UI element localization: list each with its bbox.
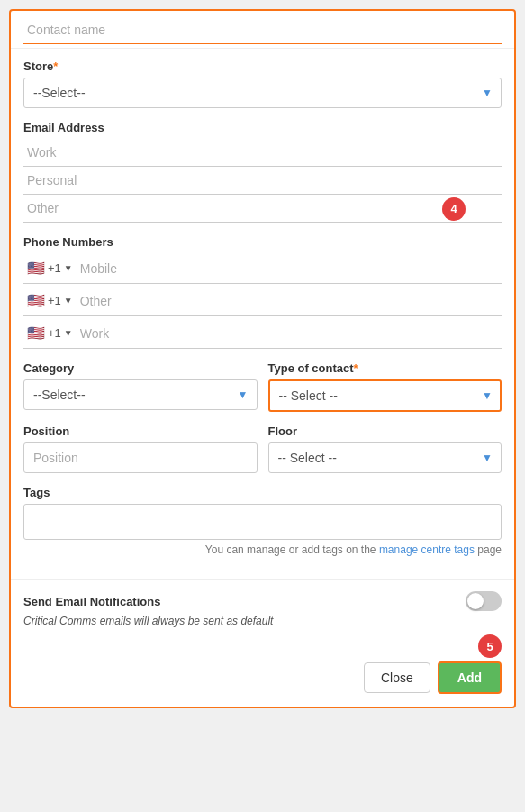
us-flag-icon: 🇺🇸 [27,260,45,277]
phone-other-code: +1 [48,294,61,307]
notifications-hint: Critical Comms emails will always be sen… [23,615,502,627]
form-container: Store* --Select-- ▼ Email Address 4 Phon… [9,9,516,708]
phone-work-code: +1 [48,326,61,340]
tags-label: Tags [23,486,502,499]
category-type-group: Category --Select-- ▼ Type of contact* -… [23,361,502,412]
floor-section: Floor -- Select -- ▼ [268,424,502,473]
notifications-row: Send Email Notifications [23,591,502,611]
category-label: Category [23,361,258,375]
notifications-section: Send Email Notifications Critical Comms … [11,580,514,634]
toggle-knob [467,593,484,609]
phone-work-row: 🇺🇸 +1 ▼ [23,318,502,349]
contact-name-input[interactable] [23,16,502,44]
type-of-contact-select[interactable]: -- Select -- [268,379,502,412]
floor-label: Floor [268,424,502,438]
position-input[interactable] [23,442,258,473]
position-floor-group: Position Floor -- Select -- ▼ [23,424,502,473]
phone-work-dropdown-icon: ▼ [64,328,73,338]
tags-input[interactable] [23,504,502,540]
step-4-badge: 4 [442,197,466,221]
phone-field-group: Phone Numbers 🇺🇸 +1 ▼ 🇺🇸 +1 ▼ [23,235,502,349]
phone-mobile-row: 🇺🇸 +1 ▼ [23,253,502,284]
phone-mobile-input[interactable] [77,255,502,282]
form-body: Store* --Select-- ▼ Email Address 4 Phon… [11,49,514,579]
step-5-badge: 5 [478,634,502,658]
type-of-contact-select-wrapper: -- Select -- ▼ [268,379,502,412]
email-work-input[interactable] [23,139,502,167]
phone-label: Phone Numbers [23,235,502,249]
phone-mobile-dropdown-icon: ▼ [64,263,73,273]
email-label: Email Address [23,121,502,134]
phone-other-input[interactable] [77,287,502,315]
close-button[interactable]: Close [364,662,430,693]
category-select-wrapper: --Select-- ▼ [23,379,258,410]
notifications-toggle[interactable] [466,591,502,611]
us-flag-icon-3: 🇺🇸 [27,324,45,342]
phone-work-input[interactable] [77,320,502,347]
position-label: Position [23,424,258,438]
floor-select-wrapper: -- Select -- ▼ [268,442,502,473]
email-field-group: Email Address 4 [23,121,502,223]
store-select[interactable]: --Select-- [23,78,502,108]
phone-other-country-select[interactable]: 🇺🇸 +1 ▼ [23,286,77,315]
email-other-input[interactable] [23,195,502,223]
notifications-label: Send Email Notifications [23,595,160,608]
phone-other-dropdown-icon: ▼ [64,296,73,306]
phone-mobile-country-select[interactable]: 🇺🇸 +1 ▼ [23,253,77,283]
contact-name-section [11,11,514,49]
floor-select[interactable]: -- Select -- [268,442,502,473]
email-other-wrapper: 4 [23,195,502,223]
category-section: Category --Select-- ▼ [23,361,258,412]
phone-other-row: 🇺🇸 +1 ▼ [23,286,502,316]
manage-centre-tags-link[interactable]: manage centre tags [379,543,475,556]
position-section: Position [23,424,258,473]
tags-hint: You can manage or add tags on the manage… [23,543,502,556]
category-select[interactable]: --Select-- [23,379,258,410]
store-select-wrapper: --Select-- ▼ [23,78,502,108]
store-label: Store* [23,59,502,73]
phone-work-country-select[interactable]: 🇺🇸 +1 ▼ [23,318,77,348]
type-of-contact-label: Type of contact* [268,361,502,375]
add-button[interactable]: Add [438,661,502,694]
tags-field-group: Tags You can manage or add tags on the m… [23,486,502,556]
type-of-contact-section: Type of contact* -- Select -- ▼ [268,361,502,412]
footer-buttons: Close Add [11,652,514,707]
store-field-group: Store* --Select-- ▼ [23,59,502,108]
phone-mobile-code: +1 [48,261,61,275]
email-personal-input[interactable] [23,167,502,195]
us-flag-icon-2: 🇺🇸 [27,292,45,309]
